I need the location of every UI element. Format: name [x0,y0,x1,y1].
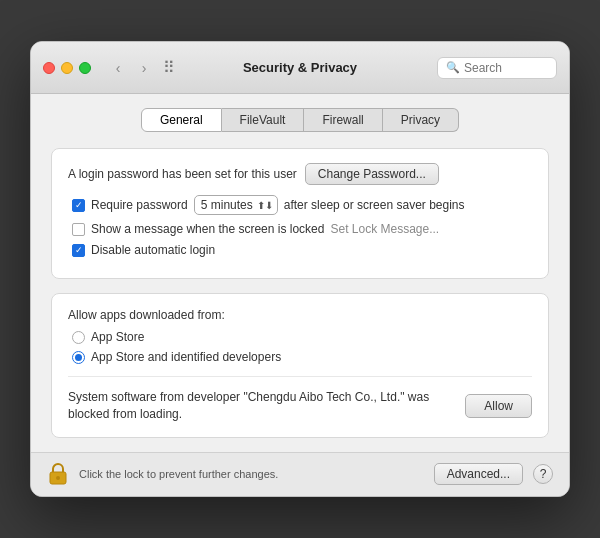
require-password-checkbox[interactable] [72,199,85,212]
advanced-button[interactable]: Advanced... [434,463,523,485]
radio-app-store[interactable] [72,331,85,344]
radio-app-store-developers[interactable] [72,351,85,364]
password-row: A login password has been set for this u… [68,163,532,185]
login-panel: A login password has been set for this u… [51,148,549,279]
change-password-button[interactable]: Change Password... [305,163,439,185]
close-button[interactable] [43,62,55,74]
titlebar: ‹ › ⠿ Security & Privacy 🔍 [31,42,569,94]
radio-developers-row: App Store and identified developers [72,350,532,364]
footer-lock-text: Click the lock to prevent further change… [79,468,424,480]
panel-divider [68,376,532,377]
traffic-lights [43,62,91,74]
disable-autologin-label: Disable automatic login [91,243,215,257]
window: ‹ › ⠿ Security & Privacy 🔍 General FileV… [30,41,570,497]
tab-privacy[interactable]: Privacy [383,108,459,132]
allow-apps-panel: Allow apps downloaded from: App Store Ap… [51,293,549,438]
grid-icon[interactable]: ⠿ [163,58,175,77]
back-button[interactable]: ‹ [107,57,129,79]
radio-app-store-row: App Store [72,330,532,344]
login-password-text: A login password has been set for this u… [68,167,297,181]
disable-autologin-row: Disable automatic login [72,243,532,257]
password-interval-value: 5 minutes [201,198,253,212]
show-message-checkbox[interactable] [72,223,85,236]
tab-firewall[interactable]: Firewall [304,108,382,132]
dropdown-arrow-icon: ⬆⬇ [257,200,273,211]
allow-apps-label: Allow apps downloaded from: [68,308,532,322]
disable-autologin-checkbox[interactable] [72,244,85,257]
svg-point-1 [56,476,60,480]
allow-button[interactable]: Allow [465,394,532,418]
window-title: Security & Privacy [243,60,357,75]
maximize-button[interactable] [79,62,91,74]
radio-developers-label: App Store and identified developers [91,350,281,364]
system-software-row: System software from developer "Chengdu … [68,389,532,423]
forward-button[interactable]: › [133,57,155,79]
show-message-label: Show a message when the screen is locked [91,222,324,236]
search-icon: 🔍 [446,61,460,74]
search-input[interactable] [464,61,548,75]
help-button[interactable]: ? [533,464,553,484]
footer: Click the lock to prevent further change… [31,452,569,496]
system-software-text: System software from developer "Chengdu … [68,389,453,423]
tab-filevault[interactable]: FileVault [222,108,305,132]
after-sleep-text: after sleep or screen saver begins [284,198,465,212]
set-lock-message-button[interactable]: Set Lock Message... [330,222,439,236]
require-password-label: Require password [91,198,188,212]
tab-general[interactable]: General [141,108,222,132]
lock-icon[interactable] [47,461,69,487]
tab-bar: General FileVault Firewall Privacy [51,108,549,132]
nav-buttons: ‹ › [107,57,155,79]
search-box[interactable]: 🔍 [437,57,557,79]
radio-app-store-label: App Store [91,330,144,344]
show-message-row: Show a message when the screen is locked… [72,222,532,236]
minimize-button[interactable] [61,62,73,74]
require-password-row: Require password 5 minutes ⬆⬇ after slee… [72,195,532,215]
content-area: General FileVault Firewall Privacy A log… [31,94,569,438]
password-interval-dropdown[interactable]: 5 minutes ⬆⬇ [194,195,278,215]
